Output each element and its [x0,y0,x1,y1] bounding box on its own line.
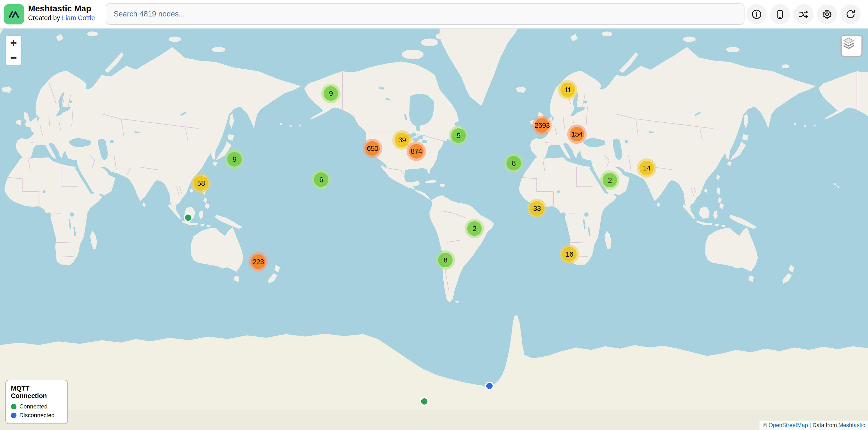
search-input[interactable] [106,3,744,25]
cluster-marker[interactable]: 16 [560,244,579,264]
cluster-marker[interactable]: 9 [321,84,341,103]
cluster-marker[interactable]: 650 [363,139,382,158]
cluster-count: 33 [530,201,544,216]
cluster-marker[interactable]: 14 [637,158,656,178]
cluster-marker[interactable]: 9 [225,150,244,169]
cluster-count: 58 [194,176,208,191]
legend-title: MQTT Connection [11,385,62,400]
byline-prefix: Created by [28,14,62,22]
cluster-layer: 939650874511269315482149586332816223 [0,0,868,430]
cluster-count: 2 [467,221,482,236]
cluster-marker[interactable]: 874 [407,142,426,161]
title-block: Meshtastic Map Created by Liam Cottle [28,3,95,22]
refresh-button[interactable] [841,4,861,24]
cluster-count: 8 [506,156,521,170]
byline: Created by Liam Cottle [28,13,95,22]
cluster-marker[interactable]: 223 [248,252,268,271]
cluster-count: 8 [438,253,453,267]
disconnected-dot-icon [11,412,17,418]
cluster-count: 5 [451,128,466,143]
cluster-count: 9 [227,152,242,167]
cluster-count: 11 [560,82,575,97]
cluster-count: 14 [640,161,654,175]
refresh-icon [845,9,856,20]
cluster-marker[interactable]: 58 [191,174,211,193]
author-link[interactable]: Liam Cottle [62,14,95,22]
header-bar: Meshtastic Map Created by Liam Cottle [0,0,868,29]
cluster-marker[interactable]: 154 [567,125,587,144]
layers-control[interactable] [840,35,863,57]
cluster-marker[interactable]: 11 [558,80,578,100]
meshtastic-logo [4,4,24,25]
attribution-separator: | Data from [808,422,838,428]
openstreetmap-link[interactable]: OpenStreetMap [769,422,808,428]
layers-icon [842,36,856,50]
cluster-marker[interactable]: 33 [527,199,547,218]
meshtastic-link[interactable]: Meshtastic [838,422,865,428]
cluster-count: 874 [409,144,424,159]
attribution-copyright: © [763,422,769,428]
cluster-marker[interactable]: 2 [600,170,620,190]
zoom-out-button[interactable]: − [6,51,21,65]
cluster-count: 223 [251,255,266,269]
cluster-count: 16 [562,247,577,262]
cluster-count: 650 [365,141,380,156]
mobile-app-button[interactable] [770,4,790,24]
cluster-count: 39 [395,133,409,147]
cluster-marker[interactable]: 2693 [532,116,552,135]
cluster-count: 9 [323,86,338,101]
cluster-count: 154 [569,127,584,141]
map-attribution: © OpenStreetMap | Data from Meshtastic [760,421,868,430]
info-button[interactable] [747,4,767,24]
phone-icon [775,9,785,20]
mqtt-legend: MQTT Connection Connected Disconnected [5,379,68,424]
app: 939650874511269315482149586332816223 + −… [0,0,868,430]
cluster-marker[interactable]: 2 [465,219,484,238]
random-node-button[interactable] [794,4,813,24]
connected-dot-icon [11,404,17,409]
settings-button[interactable] [817,4,837,24]
gear-icon [822,9,832,20]
cluster-marker[interactable]: 8 [504,154,523,173]
meshtastic-logo-icon [7,7,21,21]
cluster-marker[interactable]: 8 [436,250,455,270]
cluster-count: 2 [602,173,617,188]
cluster-marker[interactable]: 6 [311,170,331,189]
zoom-control: + − [5,35,22,66]
map-canvas[interactable]: 939650874511269315482149586332816223 + −… [0,0,868,430]
cluster-marker[interactable]: 5 [449,126,468,145]
legend-item-connected: Connected [11,403,62,410]
page-title: Meshtastic Map [28,3,95,13]
info-icon [751,9,762,20]
cluster-count: 2693 [535,118,549,133]
legend-item-disconnected: Disconnected [11,412,62,419]
shuffle-icon [798,9,809,20]
cluster-count: 6 [314,172,329,187]
zoom-in-button[interactable]: + [6,36,21,51]
